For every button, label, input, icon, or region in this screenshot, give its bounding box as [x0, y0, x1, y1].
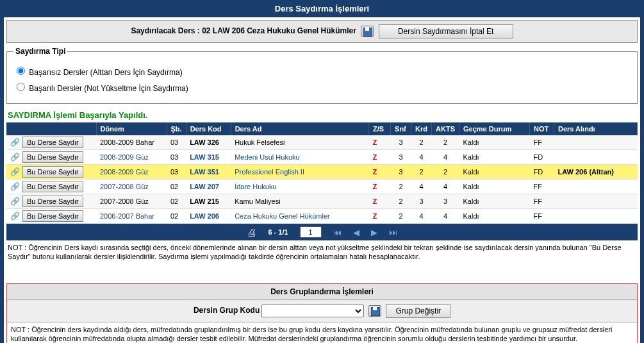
saydir-row-button[interactable]: Bu Derse Saydır [22, 137, 83, 148]
cell-not: FD [530, 150, 554, 165]
col-kod: Ders Kod [186, 122, 231, 135]
cell-action: 🔗Bu Derse Saydır [6, 135, 96, 150]
ad-link[interactable]: Professionel English II [235, 168, 304, 176]
group-change-button[interactable]: Grup Değiştir [386, 304, 450, 318]
cell-donem: 2006-2007 Bahar [96, 209, 167, 224]
cell-not: FF [530, 135, 554, 150]
cell-ad: Medeni Usul Hukuku [231, 150, 368, 165]
cell-donem: 2008-2009 Bahar [96, 135, 167, 150]
link-icon: 🔗 [10, 153, 20, 162]
col-not: NOT [530, 122, 554, 135]
cell-akts: 3 [432, 194, 459, 209]
group-save-icon[interactable] [368, 305, 381, 317]
table-row: 🔗Bu Derse Saydır2008-2009 Güz03LAW 351Pr… [6, 165, 638, 180]
donem-link[interactable]: 2008-2009 Güz [100, 168, 149, 176]
saydirma-tipi-fieldset: Saydırma Tipi Başarısız Dersler (Alttan … [6, 47, 638, 104]
cell-donem: 2008-2009 Güz [96, 165, 167, 180]
nav-next-icon[interactable]: ▶ [371, 228, 377, 237]
ad-link[interactable]: İdare Hukuku [235, 183, 276, 190]
link-icon: 🔗 [10, 212, 20, 221]
saydir-row-button[interactable]: Bu Derse Saydır [22, 166, 83, 178]
cell-alindi [554, 180, 638, 194]
cell-snf: 3 [391, 150, 411, 165]
table-row: 🔗Bu Derse Saydır2008-2009 Güz03LAW 315Me… [6, 150, 638, 165]
cell-zs: Z [369, 209, 391, 224]
success-message: SAYDIRMA İşlemi Başarıyla Yapıldı. [4, 108, 640, 122]
courses-table: Dönem Şb. Ders Kod Ders Ad Z/S Snf Krd A… [6, 122, 638, 224]
cell-krd: 2 [411, 135, 432, 150]
table-row: 🔗Bu Derse Saydır2007-2008 Güz02LAW 207İd… [6, 180, 638, 194]
saydir-row-button[interactable]: Bu Derse Saydır [22, 196, 83, 207]
kod-link[interactable]: LAW 207 [190, 183, 219, 190]
donem-link[interactable]: 2006-2007 Bahar [100, 212, 154, 220]
cell-action: 🔗Bu Derse Saydır [6, 150, 96, 165]
group-header: Ders Gruplandırma İşlemleri [7, 284, 637, 300]
saydir-row-button[interactable]: Bu Derse Saydır [22, 210, 83, 222]
col-ad: Ders Ad [231, 122, 368, 135]
radio-basarisiz-label: Başarısız Dersler (Alttan Ders İçin Sayd… [29, 68, 182, 77]
cell-krd: 4 [411, 209, 432, 224]
ad-link[interactable]: Ceza Hukuku Genel Hükümler [235, 212, 330, 220]
col-snf: Snf [391, 122, 411, 135]
cell-alindi [554, 135, 638, 150]
nav-first-icon[interactable]: ⏮ [333, 228, 342, 237]
print-icon[interactable]: 🖨 [247, 227, 256, 238]
group-box: Ders Gruplandırma İşlemleri Dersin Grup … [6, 283, 638, 343]
cell-alindi [554, 150, 638, 165]
cell-not: FF [530, 194, 554, 209]
col-action [6, 122, 96, 135]
cell-kod: LAW 326 [186, 135, 231, 150]
cell-akts: 2 [432, 135, 459, 150]
nav-last-icon[interactable]: ⏭ [389, 228, 397, 237]
kod: LAW 326 [190, 138, 219, 146]
saydir-prefix: Saydırılacak Ders : [131, 26, 202, 35]
cell-sb: 03 [167, 165, 186, 180]
cell-ad: Professionel English II [231, 165, 368, 180]
radio-basarili[interactable] [17, 83, 25, 91]
cell-sb: 02 [167, 180, 186, 194]
table-row: 🔗Bu Derse Saydır2008-2009 Bahar03LAW 326… [6, 135, 638, 150]
page-range: 6 - 1/1 [268, 228, 288, 236]
kod-link[interactable]: LAW 206 [190, 212, 219, 220]
col-gecme: Geçme Durum [459, 122, 530, 135]
kod-link[interactable]: LAW 351 [190, 168, 219, 176]
cell-action: 🔗Bu Derse Saydır [6, 194, 96, 209]
col-krd: Krd [411, 122, 432, 135]
link-icon: 🔗 [10, 138, 20, 147]
cell-ad: Ceza Hukuku Genel Hükümler [231, 209, 368, 224]
cell-sb: 02 [167, 209, 186, 224]
top-action-bar: Saydırılacak Ders : 02 LAW 206 Ceza Huku… [6, 20, 638, 43]
cell-gecme: Kaldı [459, 180, 530, 194]
save-icon[interactable] [361, 26, 374, 37]
donem-link[interactable]: 2008-2009 Güz [100, 153, 149, 161]
cell-snf: 3 [391, 165, 411, 180]
cell-kod: LAW 206 [186, 209, 231, 224]
cell-zs: Z [369, 194, 391, 209]
saydir-row-button[interactable]: Bu Derse Saydır [22, 181, 83, 192]
pagination-bar: 🖨 6 - 1/1 ⏮ ◀ ▶ ⏭ [6, 224, 638, 240]
cell-ad: İdare Hukuku [231, 180, 368, 194]
note-saydirma: NOT : Öğrencinin Ders kaydı sırasında se… [4, 240, 640, 264]
group-code-select[interactable] [261, 305, 364, 317]
link-icon: 🔗 [10, 182, 20, 191]
ad-link[interactable]: Medeni Usul Hukuku [235, 153, 300, 161]
cell-kod: LAW 207 [186, 180, 231, 194]
cell-krd: 4 [411, 180, 432, 194]
cell-sb: 03 [167, 135, 186, 150]
page-input[interactable] [300, 226, 322, 238]
cell-ad: Hukuk Felsefesi [231, 135, 368, 150]
radio-basarisiz[interactable] [17, 67, 25, 75]
cell-sb: 03 [167, 150, 186, 165]
nav-prev-icon[interactable]: ◀ [353, 228, 359, 237]
donem-link[interactable]: 2007-2008 Güz [100, 183, 149, 190]
cell-gecme: Kaldı [459, 165, 530, 180]
kod-link[interactable]: LAW 315 [190, 153, 219, 161]
cancel-saydirma-button[interactable]: Dersin Saydırmasını İptal Et [379, 24, 513, 38]
cell-alindi [554, 209, 638, 224]
link-icon: 🔗 [10, 197, 20, 206]
cell-snf: 3 [391, 135, 411, 150]
cell-snf: 2 [391, 180, 411, 194]
table-row: 🔗Bu Derse Saydır2007-2008 Güz02LAW 215Ka… [6, 194, 638, 209]
saydir-row-button[interactable]: Bu Derse Saydır [22, 151, 83, 163]
cell-ad: Kamu Maliyesi [231, 194, 368, 209]
